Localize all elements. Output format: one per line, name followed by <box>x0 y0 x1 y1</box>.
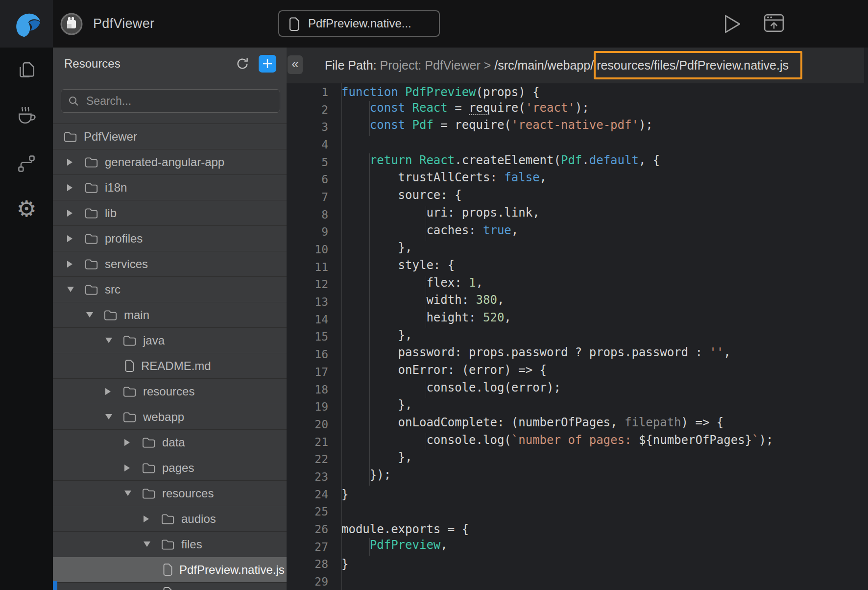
tree-item-files[interactable]: files <box>53 532 287 557</box>
code-line-content: }, <box>341 241 412 258</box>
folder-icon <box>85 284 98 295</box>
flow-icon[interactable] <box>17 154 36 173</box>
chevron-down-icon[interactable] <box>124 491 131 496</box>
tree-item-pages[interactable]: pages <box>53 455 287 481</box>
code-line-content: return React.createElement(Pdf.default, … <box>341 153 660 171</box>
tree-item-resources[interactable]: resources <box>53 481 287 506</box>
run-button[interactable] <box>722 14 743 34</box>
code-line: 9 caches: true, <box>287 223 868 241</box>
code-line: 19 }, <box>287 398 868 416</box>
chevron-right-icon[interactable] <box>67 184 72 191</box>
code-line: 28} <box>287 556 868 573</box>
chevron-right-icon[interactable] <box>144 516 149 522</box>
code-line-content: const Pdf = require('react-native-pdf'); <box>341 118 653 136</box>
tree-item-profiles[interactable]: profiles <box>53 226 287 251</box>
tree-item-main[interactable]: main <box>53 302 287 328</box>
coffee-icon[interactable] <box>15 106 38 127</box>
code-line-content: }, <box>341 450 412 468</box>
folder-icon <box>85 258 98 270</box>
search-input[interactable] <box>85 94 280 108</box>
tree-item-label: lib <box>105 206 117 220</box>
tree-item-PdfPreview.native.js[interactable]: PdfPreview.native.js <box>53 557 287 583</box>
code-line-content: PdfPreview, <box>341 538 448 556</box>
tree-item-webapp[interactable]: webapp <box>53 404 287 430</box>
tree-item-resources[interactable]: resources <box>53 379 287 404</box>
code-line-content: module.exports = { <box>341 522 469 536</box>
folder-icon <box>142 488 156 499</box>
folder-icon <box>85 233 98 244</box>
code-line-content: source: { <box>341 188 462 206</box>
code-line-content: } <box>341 488 348 501</box>
code-line: 7 source: { <box>287 188 868 206</box>
tree-item-label: main <box>124 308 149 322</box>
chevron-right-icon[interactable] <box>124 439 130 446</box>
code-line: 8 uri: props.link, <box>287 206 868 223</box>
tree-item-label: audios <box>181 512 216 526</box>
gear-icon[interactable]: ⚙ <box>16 197 36 220</box>
chevron-right-icon[interactable] <box>105 388 111 395</box>
code-line: 13 width: 380, <box>287 293 868 311</box>
tree-item-java[interactable]: java <box>53 328 287 353</box>
chevron-down-icon[interactable] <box>144 541 150 547</box>
tree-item-label: src <box>105 283 121 296</box>
code-line: 25 <box>287 503 868 521</box>
tree-item-README.md[interactable]: README.md <box>53 353 287 379</box>
tree-item-PdfViewer[interactable]: PdfViewer <box>53 124 287 149</box>
chevron-right-icon[interactable] <box>67 210 72 217</box>
code-line: 4 <box>287 136 868 153</box>
code-line-content: }, <box>341 398 412 416</box>
pages-icon[interactable] <box>16 60 37 81</box>
chevron-right-icon[interactable] <box>67 159 72 166</box>
tree-item-generated-angular-app[interactable]: generated-angular-app <box>53 149 287 175</box>
app-logo[interactable] <box>0 0 53 48</box>
tree-item-label: webapp <box>143 410 184 424</box>
code-line: 29 <box>287 573 868 590</box>
tree-item-lib[interactable]: lib <box>53 200 287 226</box>
code-line: 1function PdfPreview(props) { <box>287 83 868 101</box>
chevron-right-icon[interactable] <box>124 465 130 471</box>
tree-item-data[interactable]: data <box>53 430 287 455</box>
chevron-down-icon[interactable] <box>67 287 74 292</box>
code-line: 5 return React.createElement(Pdf.default… <box>287 153 868 171</box>
tree-item-audios[interactable]: audios <box>53 506 287 532</box>
code-line-content: onLoadComplete: (numberOfPages, filepath… <box>341 416 723 433</box>
tree-item-i18n[interactable]: i18n <box>53 175 287 200</box>
refresh-icon[interactable] <box>236 57 249 71</box>
code-line: 16 password: props.password ? props.pass… <box>287 345 868 363</box>
code-view[interactable]: 1function PdfPreview(props) {2 const Rea… <box>287 83 868 590</box>
chevron-down-icon[interactable] <box>105 414 112 419</box>
code-line-content: }, <box>341 328 412 346</box>
tree-item-src[interactable]: src <box>53 277 287 302</box>
code-line-content: width: 380, <box>341 293 504 311</box>
folder-icon <box>104 309 118 320</box>
code-line: 23 }); <box>287 468 868 486</box>
open-file-tab[interactable]: PdfPreview.native... <box>278 10 440 37</box>
chevron-down-icon[interactable] <box>86 312 93 318</box>
folder-icon <box>161 513 175 524</box>
collapse-panel-button[interactable]: « <box>288 55 303 74</box>
publish-button[interactable] <box>763 13 785 33</box>
code-line: 11 style: { <box>287 258 868 276</box>
file-path-project: Project: PdfViewer > <box>380 58 495 72</box>
chevron-right-icon[interactable] <box>67 235 72 242</box>
editor-area: File Path: Project: PdfViewer > /src/mai… <box>287 48 868 590</box>
tree-item-services[interactable]: services <box>53 251 287 277</box>
tree-item-label: profiles <box>105 232 143 246</box>
file-path-highlight: resources/files/PdfPreview.native.js <box>594 51 802 79</box>
resources-panel: Resources PdfViewer generated-angular-ap… <box>53 48 287 590</box>
wave-logo-icon <box>11 9 42 39</box>
tree-item-label: README.md <box>141 359 211 373</box>
document-icon <box>288 16 300 31</box>
chevron-right-icon[interactable] <box>67 261 72 268</box>
code-line: 15 }, <box>287 328 868 346</box>
code-line: 10 }, <box>287 241 868 258</box>
tree-item-partial[interactable] <box>53 583 287 590</box>
code-line-content: height: 520, <box>341 311 511 328</box>
code-line-content: console.log(error); <box>341 381 561 398</box>
code-line-content: uri: props.link, <box>341 206 540 223</box>
tree-scroll-corner <box>53 581 57 590</box>
add-resource-button[interactable] <box>259 55 276 73</box>
file-path-plain: /src/main/webapp/ <box>494 58 594 72</box>
tree-item-label: generated-angular-app <box>105 155 224 169</box>
chevron-down-icon[interactable] <box>105 338 112 343</box>
